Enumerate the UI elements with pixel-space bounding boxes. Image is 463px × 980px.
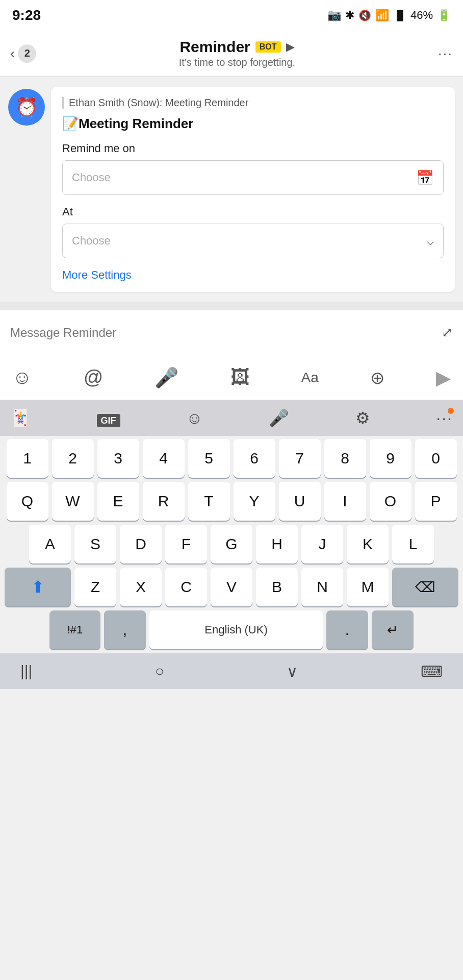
keyboard: 1 2 3 4 5 6 7 8 9 0 Q W E R T Y U I O P …: [0, 436, 463, 649]
play-icon: ▶: [286, 40, 295, 54]
key-2[interactable]: 2: [52, 439, 94, 478]
key-j[interactable]: J: [301, 525, 343, 564]
key-u[interactable]: U: [279, 482, 321, 521]
key-8[interactable]: 8: [324, 439, 366, 478]
send-button[interactable]: ▶: [436, 366, 451, 389]
key-5[interactable]: 5: [188, 439, 230, 478]
camera-video-icon: 📷: [327, 9, 341, 22]
key-q[interactable]: Q: [7, 482, 48, 521]
at-label: At: [62, 205, 444, 218]
comma-key[interactable]: ,: [104, 610, 146, 649]
gif-button[interactable]: GIF: [97, 409, 120, 428]
wifi-icon: 📶: [375, 9, 389, 22]
mention-button[interactable]: @: [84, 366, 104, 388]
message-input-bar[interactable]: ⤢: [0, 310, 463, 355]
chat-area: ⏰ Ethan Smith (Snow): Meeting Reminder 📝…: [0, 77, 463, 302]
symbols-key[interactable]: !#1: [49, 610, 100, 649]
key-r[interactable]: R: [143, 482, 185, 521]
key-3[interactable]: 3: [97, 439, 139, 478]
key-e[interactable]: E: [97, 482, 139, 521]
key-g[interactable]: G: [211, 525, 252, 564]
nav-subtitle: It's time to stop forgetting.: [179, 57, 295, 68]
status-bar: 9:28 📷 ✱ 🔇 📶 ▐▌ 46% 🔋: [0, 0, 463, 31]
remind-me-on-label: Remind me on: [62, 142, 444, 155]
more-settings-link[interactable]: More Settings: [62, 268, 132, 281]
key-x[interactable]: X: [120, 568, 162, 606]
title-emoji: 📝: [62, 116, 79, 131]
font-button[interactable]: Aa: [301, 370, 319, 386]
key-z[interactable]: Z: [74, 568, 116, 606]
key-h[interactable]: H: [256, 525, 298, 564]
key-a[interactable]: A: [29, 525, 71, 564]
mic-button[interactable]: 🎤: [155, 366, 178, 389]
network-icon: ▐▌: [393, 10, 406, 21]
mic-keyboard-button[interactable]: 🎤: [269, 408, 289, 428]
space-key[interactable]: English (UK): [149, 610, 323, 649]
nav-center: Reminder BOT ▶ It's time to stop forgett…: [36, 38, 438, 68]
add-button[interactable]: ⊕: [370, 368, 384, 388]
key-7[interactable]: 7: [279, 439, 321, 478]
key-9[interactable]: 9: [370, 439, 411, 478]
status-icons: 📷 ✱ 🔇 📶 ▐▌ 46% 🔋: [327, 9, 451, 22]
avatar: ⏰: [8, 89, 45, 126]
bottom-navigation: ||| ○ ∨ ⌨: [0, 653, 463, 689]
message-input[interactable]: [10, 326, 435, 340]
emoji-button[interactable]: ☺: [12, 366, 32, 388]
period-key[interactable]: .: [326, 610, 368, 649]
key-c[interactable]: C: [165, 568, 207, 606]
key-1[interactable]: 1: [7, 439, 48, 478]
calendar-icon: 📅: [416, 169, 434, 186]
key-t[interactable]: T: [188, 482, 230, 521]
chevron-down-icon: ⌵: [427, 234, 434, 248]
message-title: 📝Meeting Reminder: [62, 116, 444, 132]
sticker-icon[interactable]: 🃏: [10, 408, 31, 428]
date-picker-field[interactable]: Choose 📅: [62, 160, 444, 195]
key-k[interactable]: K: [347, 525, 389, 564]
key-m[interactable]: M: [347, 568, 389, 606]
date-placeholder: Choose: [72, 171, 111, 184]
key-l[interactable]: L: [392, 525, 434, 564]
key-y[interactable]: Y: [234, 482, 275, 521]
toolbar-bar: ☺ @ 🎤 🖼 Aa ⊕ ▶: [0, 355, 463, 400]
settings-keyboard-button[interactable]: ⚙: [355, 408, 370, 428]
nav-title: Reminder: [179, 38, 250, 56]
key-w[interactable]: W: [52, 482, 94, 521]
key-o[interactable]: O: [370, 482, 411, 521]
keyboard-nav-button[interactable]: ⌨: [421, 663, 443, 680]
more-keyboard-button[interactable]: ···: [436, 409, 453, 428]
image-button[interactable]: 🖼: [230, 366, 250, 388]
expand-icon[interactable]: ⤢: [442, 325, 453, 340]
key-6[interactable]: 6: [234, 439, 275, 478]
asdf-row: A S D F G H J K L: [3, 525, 460, 564]
key-s[interactable]: S: [74, 525, 116, 564]
key-d[interactable]: D: [120, 525, 162, 564]
backspace-key[interactable]: ⌫: [392, 568, 458, 606]
time-select-field[interactable]: Choose ⌵: [62, 224, 444, 258]
more-options-button[interactable]: ···: [438, 45, 453, 62]
bluetooth-icon: ✱: [345, 9, 354, 22]
key-0[interactable]: 0: [415, 439, 457, 478]
home-nav-button[interactable]: ○: [155, 663, 164, 680]
key-f[interactable]: F: [165, 525, 207, 564]
menu-nav-button[interactable]: |||: [20, 663, 32, 680]
back-badge: 2: [18, 44, 36, 63]
back-nav-button[interactable]: ∨: [287, 663, 298, 680]
key-i[interactable]: I: [324, 482, 366, 521]
enter-key[interactable]: ↵: [372, 610, 414, 649]
time-placeholder: Choose: [72, 234, 111, 248]
message-card: Ethan Smith (Snow): Meeting Reminder 📝Me…: [51, 87, 455, 292]
bottom-row: !#1 , English (UK) . ↵: [3, 610, 460, 649]
shift-key[interactable]: ⬆: [5, 568, 71, 606]
keyboard-top-bar: 🃏 GIF ☺ 🎤 ⚙ ···: [0, 400, 463, 436]
title-text: Meeting Reminder: [79, 116, 193, 131]
key-n[interactable]: N: [301, 568, 343, 606]
top-navigation: ‹ 2 Reminder BOT ▶ It's time to stop for…: [0, 31, 463, 77]
key-v[interactable]: V: [211, 568, 252, 606]
gif-label: GIF: [97, 414, 120, 427]
key-4[interactable]: 4: [143, 439, 185, 478]
back-button[interactable]: ‹ 2: [10, 44, 36, 63]
key-p[interactable]: P: [415, 482, 457, 521]
orange-dot: [448, 408, 454, 414]
key-b[interactable]: B: [256, 568, 298, 606]
emoji-keyboard-button[interactable]: ☺: [186, 409, 203, 428]
